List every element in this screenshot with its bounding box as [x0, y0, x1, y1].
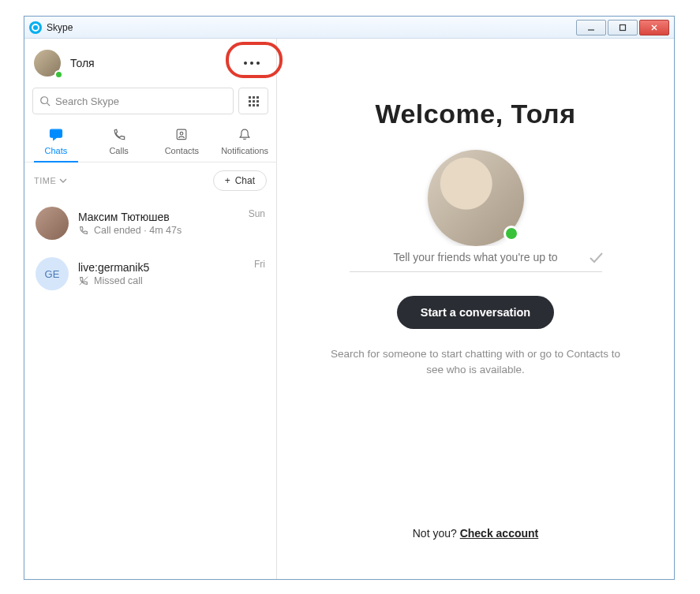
bell-icon: [213, 127, 276, 143]
status-field-wrap: [350, 246, 602, 272]
check-icon: [588, 249, 604, 265]
app-window: Skype Толя Sea: [24, 16, 675, 580]
check-account-link[interactable]: Check account: [460, 527, 539, 540]
tab-label: Chats: [45, 146, 68, 155]
tab-calls[interactable]: Calls: [88, 122, 151, 162]
window-buttons: [575, 20, 669, 35]
profile-avatar-large[interactable]: [428, 150, 524, 246]
svg-rect-6: [50, 129, 62, 137]
window-title: Skype: [47, 22, 575, 33]
start-conversation-button[interactable]: Start a conversation: [397, 296, 554, 329]
search-input[interactable]: Search Skype: [32, 88, 234, 114]
svg-line-5: [47, 103, 51, 106]
conversation-name: live:germanik5: [78, 261, 245, 274]
conversation-subtitle: Call ended · 4m 47s: [78, 225, 239, 236]
hint-text: Search for someone to start chatting wit…: [326, 346, 626, 377]
new-chat-label: Chat: [235, 175, 255, 186]
sidebar: Толя Search Skype Chats: [24, 39, 277, 579]
not-you-row: Not you? Check account: [413, 527, 539, 563]
main-panel: Welcome, Толя Start a conversation Searc…: [277, 39, 674, 579]
close-button[interactable]: [639, 20, 669, 35]
filter-label-text: TIME: [34, 176, 56, 185]
plus-icon: +: [225, 175, 230, 186]
chat-icon: [24, 127, 88, 143]
avatar: GE: [36, 257, 69, 290]
missed-call-icon: [78, 275, 89, 286]
dialpad-button[interactable]: [238, 88, 268, 114]
conversation-item[interactable]: GE live:germanik5 Missed call Fri: [24, 249, 276, 298]
dots-icon: [244, 62, 247, 65]
phone-icon: [88, 127, 151, 143]
status-input[interactable]: [350, 246, 602, 272]
tab-notifications[interactable]: Notifications: [213, 122, 276, 162]
maximize-button[interactable]: [608, 20, 638, 35]
chevron-down-icon: [59, 177, 67, 185]
search-row: Search Skype: [24, 83, 276, 122]
self-name[interactable]: Толя: [70, 57, 237, 69]
welcome-heading: Welcome, Толя: [375, 99, 575, 129]
conversation-time: Fri: [254, 259, 265, 270]
contacts-icon: [151, 127, 214, 143]
conversation-name: Максим Тютюшев: [78, 211, 239, 223]
presence-indicator-icon: [503, 226, 519, 241]
tab-chats[interactable]: Chats: [24, 122, 88, 162]
svg-rect-1: [620, 24, 626, 30]
search-icon: [39, 95, 51, 106]
conversation-time: Sun: [249, 208, 265, 219]
more-menu-button[interactable]: [237, 51, 267, 75]
tab-contacts[interactable]: Contacts: [151, 122, 214, 162]
profile-row: Толя: [24, 39, 276, 83]
conversation-meta: Максим Тютюшев Call ended · 4m 47s: [78, 211, 239, 236]
conversation-meta: live:germanik5 Missed call: [78, 261, 245, 286]
titlebar[interactable]: Skype: [24, 17, 674, 39]
svg-point-4: [41, 97, 48, 104]
sort-filter[interactable]: TIME: [34, 176, 67, 185]
tab-label: Contacts: [165, 146, 199, 155]
new-chat-button[interactable]: + Chat: [213, 170, 267, 191]
avatar: [36, 207, 69, 240]
presence-indicator-icon: [54, 70, 63, 79]
tab-label: Notifications: [221, 146, 268, 155]
svg-point-8: [181, 132, 184, 135]
minimize-button[interactable]: [576, 20, 606, 35]
search-placeholder: Search Skype: [55, 95, 119, 107]
skype-icon: [29, 21, 42, 34]
conversation-subtitle: Missed call: [78, 275, 245, 286]
tab-label: Calls: [109, 146, 128, 155]
filter-row: TIME + Chat: [24, 163, 276, 199]
client-area: Толя Search Skype Chats: [24, 39, 674, 579]
dialpad-icon: [249, 96, 259, 106]
nav-tabs: Chats Calls Contacts Notifications: [24, 122, 276, 163]
self-avatar[interactable]: [34, 50, 61, 77]
not-you-text: Not you?: [413, 527, 460, 540]
conversation-item[interactable]: Максим Тютюшев Call ended · 4m 47s Sun: [24, 199, 276, 248]
handset-icon: [78, 225, 89, 236]
